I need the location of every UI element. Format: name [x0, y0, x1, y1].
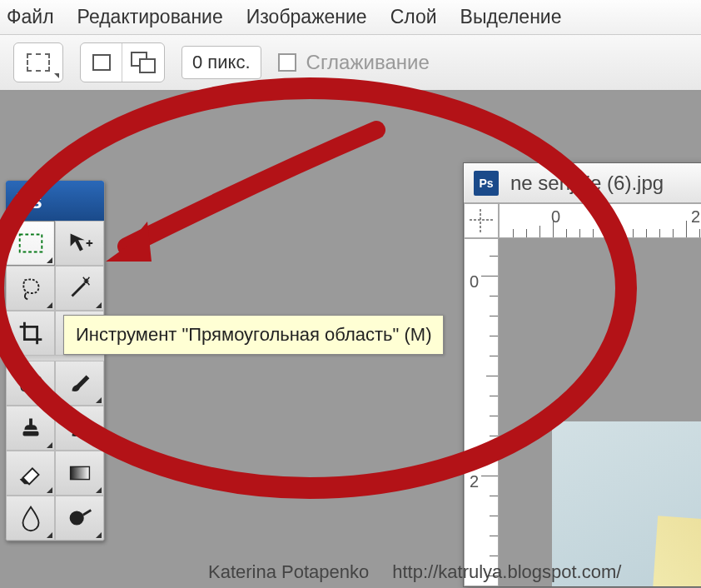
svg-rect-5 [70, 466, 89, 479]
rectangular-marquee-tool[interactable] [6, 221, 55, 266]
vertical-ruler[interactable]: 0 2 [464, 238, 499, 586]
menu-file[interactable]: Файл [7, 6, 54, 28]
tool-tooltip: Инструмент "Прямоугольная область" (M) [63, 315, 444, 355]
healing-brush-tool[interactable] [6, 361, 55, 406]
feather-input[interactable]: 0 пикс. [181, 46, 261, 79]
menu-edit[interactable]: Редактирование [77, 6, 223, 28]
blur-tool[interactable] [6, 496, 55, 541]
options-bar: 0 пикс. Сглаживание [0, 35, 701, 92]
wand-icon [64, 272, 96, 304]
anti-alias-option: Сглаживание [278, 51, 430, 74]
eraser-icon [15, 457, 47, 489]
svg-point-6 [69, 511, 83, 525]
history-brush-tool[interactable] [55, 406, 104, 451]
dodge-tool[interactable] [55, 496, 104, 541]
clone-stamp-tool[interactable] [6, 406, 55, 451]
watermark: Katerina Potapenko http://katrulya.blogs… [208, 561, 621, 583]
brush-icon [64, 367, 96, 399]
watermark-url: http://katrulya.blogspot.com/ [392, 561, 621, 583]
tools-panel: Ps [5, 180, 105, 541]
document-titlebar[interactable]: Ps ne serijnie (6).jpg [464, 163, 701, 203]
svg-rect-1 [19, 375, 42, 392]
document-window: Ps ne serijnie (6).jpg 0 2 0 2 [463, 162, 701, 587]
eraser-tool[interactable] [6, 451, 55, 496]
menu-select[interactable]: Выделение [460, 6, 562, 28]
magic-wand-tool[interactable] [55, 266, 104, 311]
anti-alias-checkbox[interactable] [278, 53, 296, 72]
svg-point-2 [26, 383, 28, 386]
ps-logo-text: Ps [16, 188, 42, 214]
move-icon [64, 227, 96, 259]
selection-mode-new[interactable] [81, 43, 122, 82]
anti-alias-label: Сглаживание [306, 51, 430, 74]
brush-tool[interactable] [55, 361, 104, 406]
dropdown-triangle-icon [54, 73, 59, 78]
lasso-icon [15, 272, 47, 304]
gradient-tool[interactable] [55, 451, 104, 496]
crop-tool[interactable] [6, 311, 55, 356]
history-brush-icon [64, 412, 96, 444]
selection-mode-add[interactable] [122, 43, 164, 82]
horizontal-ruler[interactable]: 0 2 [499, 203, 701, 238]
svg-rect-4 [22, 431, 38, 436]
bandage-icon [15, 367, 47, 399]
ruler-origin[interactable] [464, 203, 499, 238]
menu-layer[interactable]: Слой [390, 6, 437, 28]
move-tool[interactable] [55, 221, 104, 266]
crop-icon [15, 317, 47, 349]
ps-file-icon: Ps [474, 171, 499, 196]
lasso-tool[interactable] [6, 266, 55, 311]
watermark-author: Katerina Potapenko [208, 561, 369, 583]
droplet-icon [15, 502, 47, 534]
tools-panel-header[interactable]: Ps [6, 181, 104, 221]
marquee-icon [15, 227, 47, 259]
main-menubar: Файл Редактирование Изображение Слой Выд… [0, 0, 701, 35]
stamp-icon [15, 412, 47, 444]
menu-image[interactable]: Изображение [246, 6, 367, 28]
dodge-icon [64, 502, 96, 534]
document-title: ne serijnie (6).jpg [510, 172, 664, 195]
gradient-icon [64, 457, 96, 489]
tool-preset-dropdown[interactable] [13, 42, 63, 82]
selection-mode-group [80, 42, 165, 82]
canvas-area[interactable] [499, 238, 701, 586]
marquee-icon [27, 53, 50, 72]
svg-rect-0 [19, 235, 42, 252]
svg-point-3 [32, 381, 35, 383]
